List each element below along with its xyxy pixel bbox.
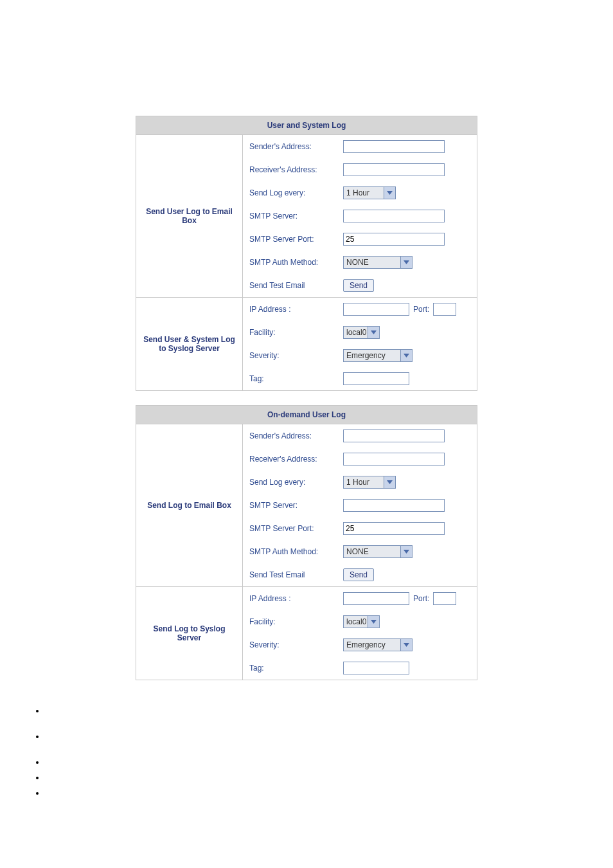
svg-marker-5 <box>404 550 409 554</box>
interval-value: 1 Hour <box>346 478 369 487</box>
svg-marker-2 <box>371 330 377 334</box>
chevron-down-icon <box>400 257 412 268</box>
chevron-down-icon <box>384 476 395 488</box>
interval-select[interactable]: 1 Hour <box>343 186 396 199</box>
facility-select[interactable]: local0 <box>343 615 380 628</box>
label-interval: Send Log every: <box>243 181 339 204</box>
smtp-server-input[interactable] <box>343 499 445 512</box>
label-smtp-auth: SMTP Auth Method: <box>243 540 339 563</box>
user-system-log-panel: User and System Log Send User Log to Ema… <box>136 116 477 391</box>
svg-marker-7 <box>404 643 409 647</box>
chevron-down-icon <box>384 187 395 199</box>
label-severity: Severity: <box>243 633 339 656</box>
section-header: User and System Log <box>136 116 477 135</box>
group-email-user-log: Send User Log to Email Box <box>136 135 242 297</box>
severity-value: Emergency <box>346 640 386 649</box>
label-sender: Sender's Address: <box>243 135 339 158</box>
chevron-down-icon <box>368 616 379 628</box>
facility-value: local0 <box>346 617 366 626</box>
label-port: Port: <box>413 305 429 314</box>
facility-value: local0 <box>346 328 366 337</box>
group-syslog-user-system: Send User & System Log to Syslog Server <box>136 298 242 390</box>
label-smtp-port: SMTP Server Port: <box>243 517 339 540</box>
severity-select[interactable]: Emergency <box>343 349 413 362</box>
port-input[interactable] <box>433 303 456 316</box>
label-smtp-auth: SMTP Auth Method: <box>243 251 339 274</box>
svg-marker-0 <box>387 191 393 195</box>
sender-input[interactable] <box>343 429 445 442</box>
smtp-port-input[interactable] <box>343 522 445 535</box>
label-facility: Facility: <box>243 610 339 633</box>
label-facility: Facility: <box>243 321 339 344</box>
smtp-port-input[interactable] <box>343 233 445 246</box>
interval-value: 1 Hour <box>346 188 369 197</box>
ip-input[interactable] <box>343 592 409 605</box>
chevron-down-icon <box>400 350 412 361</box>
receiver-input[interactable] <box>343 453 445 466</box>
label-smtp-server: SMTP Server: <box>243 494 339 517</box>
tag-input[interactable] <box>343 372 409 385</box>
label-receiver: Receiver's Address: <box>243 448 339 471</box>
list-item <box>45 732 613 736</box>
label-tag: Tag: <box>243 367 339 390</box>
send-test-button[interactable]: Send <box>343 279 374 292</box>
sender-input[interactable] <box>343 140 445 153</box>
label-sender: Sender's Address: <box>243 424 339 448</box>
smtp-auth-value: NONE <box>346 547 369 556</box>
label-interval: Send Log every: <box>243 471 339 494</box>
label-severity: Severity: <box>243 344 339 367</box>
smtp-auth-select[interactable]: NONE <box>343 545 413 558</box>
chevron-down-icon <box>400 639 412 651</box>
severity-select[interactable]: Emergency <box>343 638 413 651</box>
svg-marker-6 <box>371 620 377 624</box>
interval-select[interactable]: 1 Hour <box>343 476 396 489</box>
port-input[interactable] <box>433 592 456 605</box>
smtp-auth-select[interactable]: NONE <box>343 256 413 269</box>
chevron-down-icon <box>368 327 379 338</box>
receiver-input[interactable] <box>343 163 445 176</box>
label-smtp-server: SMTP Server: <box>243 204 339 228</box>
list-item <box>45 757 613 761</box>
label-port: Port: <box>413 594 429 603</box>
tag-input[interactable] <box>343 662 409 674</box>
label-test-email: Send Test Email <box>243 563 339 586</box>
group-syslog-ondemand: Send Log to Syslog Server <box>136 587 242 680</box>
ip-input[interactable] <box>343 303 409 316</box>
send-test-button[interactable]: Send <box>343 568 374 581</box>
label-smtp-port: SMTP Server Port: <box>243 228 339 251</box>
list-item <box>45 706 613 710</box>
label-ip: IP Address : <box>243 298 339 321</box>
facility-select[interactable]: local0 <box>343 326 380 339</box>
list-item <box>45 788 613 792</box>
smtp-server-input[interactable] <box>343 210 445 222</box>
svg-marker-4 <box>387 480 393 484</box>
label-receiver: Receiver's Address: <box>243 158 339 181</box>
label-tag: Tag: <box>243 656 339 680</box>
section-header: On-demand User Log <box>136 406 477 424</box>
label-test-email: Send Test Email <box>243 274 339 297</box>
chevron-down-icon <box>400 546 412 557</box>
svg-marker-1 <box>404 260 409 264</box>
label-ip: IP Address : <box>243 587 339 610</box>
severity-value: Emergency <box>346 351 386 360</box>
ondemand-user-log-panel: On-demand User Log Send Log to Email Box… <box>136 405 477 680</box>
bullet-list <box>45 706 613 792</box>
smtp-auth-value: NONE <box>346 258 369 267</box>
group-email-ondemand: Send Log to Email Box <box>136 424 242 586</box>
list-item <box>45 773 613 777</box>
svg-marker-3 <box>404 354 409 357</box>
